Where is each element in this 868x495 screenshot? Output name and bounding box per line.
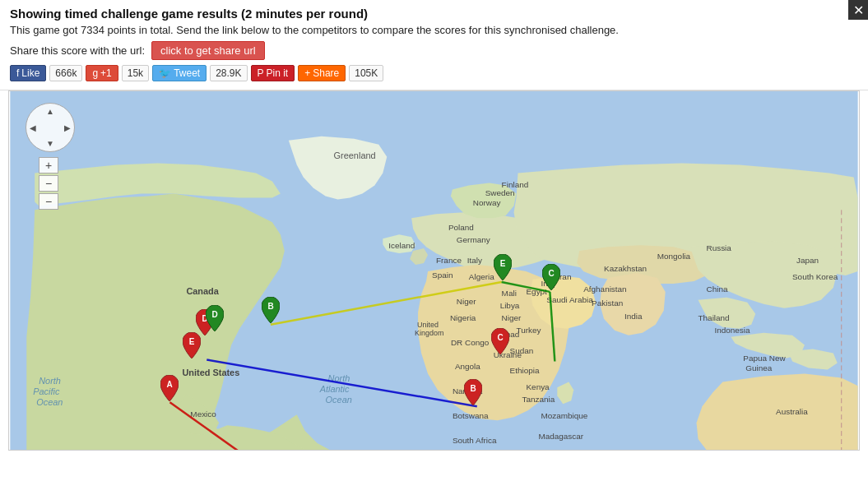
svg-text:A: A: [166, 380, 172, 389]
svg-text:C: C: [548, 269, 554, 278]
svg-text:Saudi Arabia: Saudi Arabia: [546, 295, 593, 304]
svg-text:Indonesia: Indonesia: [714, 326, 750, 335]
gplus-button[interactable]: g +1: [86, 65, 118, 81]
pinterest-icon: P: [258, 67, 264, 79]
header-section: Showing timed challenge game results (2 …: [0, 0, 868, 90]
twitter-icon: 🐦: [159, 67, 171, 79]
twitter-label: Tweet: [174, 67, 200, 79]
svg-text:Nigeria: Nigeria: [450, 313, 476, 322]
svg-text:Libya: Libya: [500, 301, 520, 310]
zoom-out-button[interactable]: −: [39, 175, 58, 192]
social-row: f Like 666k g +1 15k 🐦 Tweet 28.9K P Pin…: [10, 65, 858, 85]
svg-text:India: India: [624, 312, 643, 321]
zoom-in-button[interactable]: +: [39, 157, 58, 173]
close-button[interactable]: ✕: [848, 0, 868, 20]
svg-text:Ethiopia: Ethiopia: [510, 366, 540, 375]
gplus-icon: g: [92, 67, 98, 79]
map-navigation: ▲ ▼ ◀ ▶: [26, 103, 75, 152]
svg-text:Thailand: Thailand: [699, 313, 730, 322]
svg-text:Pacific: Pacific: [33, 386, 60, 396]
svg-text:Australia: Australia: [776, 407, 808, 416]
nav-right[interactable]: ▶: [64, 123, 71, 132]
svg-text:D: D: [211, 310, 217, 319]
nav-down[interactable]: ▼: [46, 139, 54, 148]
svg-text:South Africa: South Africa: [453, 436, 497, 445]
svg-text:Niger: Niger: [457, 297, 476, 306]
twitter-count: 28.9K: [210, 65, 247, 81]
svg-text:Spain: Spain: [432, 271, 453, 280]
twitter-button[interactable]: 🐦 Tweet: [152, 65, 207, 81]
svg-text:United States: United States: [182, 368, 239, 377]
svg-text:Guinea: Guinea: [745, 363, 773, 372]
svg-text:France: France: [436, 256, 462, 265]
svg-text:Italy: Italy: [467, 256, 482, 265]
svg-text:Mongolia: Mongolia: [657, 252, 691, 261]
svg-text:Papua New: Papua New: [743, 354, 786, 363]
share-label: Share this score with the url:: [10, 44, 145, 57]
nav-circle: ▲ ▼ ◀ ▶: [26, 103, 75, 152]
svg-text:Mali: Mali: [502, 289, 517, 298]
nav-up[interactable]: ▲: [46, 107, 54, 116]
facebook-label: Like: [21, 67, 39, 79]
svg-text:E: E: [189, 337, 195, 346]
nav-left[interactable]: ◀: [30, 123, 36, 132]
svg-text:Greenland: Greenland: [334, 150, 376, 160]
svg-text:Japan: Japan: [796, 256, 819, 265]
zoom-controls: + − −: [39, 157, 58, 210]
svg-text:Germany: Germany: [457, 235, 490, 244]
svg-text:United: United: [417, 321, 439, 329]
svg-text:Poland: Poland: [448, 223, 474, 232]
marker-c1: C: [491, 328, 509, 357]
svg-text:E: E: [500, 259, 506, 268]
svg-text:South Korea: South Korea: [792, 272, 838, 281]
svg-text:Madagascar: Madagascar: [538, 432, 583, 441]
gplus-label: +1: [100, 67, 112, 79]
share-url-button[interactable]: click to get share url: [151, 41, 265, 60]
svg-text:Finland: Finland: [502, 180, 529, 189]
svg-text:Tanzania: Tanzania: [522, 395, 555, 404]
svg-text:Angola: Angola: [455, 362, 480, 371]
svg-text:B: B: [470, 384, 476, 393]
svg-text:Afghanistan: Afghanistan: [583, 285, 627, 294]
svg-text:China: China: [706, 285, 727, 294]
marker-e1: E: [183, 332, 201, 361]
share-count: 105K: [349, 65, 383, 81]
svg-text:Ocean: Ocean: [326, 395, 352, 405]
svg-text:Iceland: Iceland: [388, 241, 415, 250]
facebook-icon: f: [16, 67, 19, 79]
svg-text:Kenya: Kenya: [526, 382, 550, 391]
svg-text:Niger: Niger: [502, 313, 522, 322]
svg-text:Botswana: Botswana: [453, 411, 489, 420]
svg-text:B: B: [267, 302, 273, 311]
subtitle-text: This game got 7334 points in total. Send…: [10, 24, 858, 36]
svg-text:Pakistan: Pakistan: [592, 298, 623, 308]
marker-b2: B: [262, 297, 280, 326]
gplus-count: 15k: [122, 65, 149, 81]
svg-text:Kingdom: Kingdom: [415, 329, 443, 337]
marker-c2: C: [542, 264, 560, 293]
svg-text:Mozambique: Mozambique: [541, 411, 587, 420]
svg-text:Canada: Canada: [186, 286, 219, 296]
svg-text:Turkey: Turkey: [517, 326, 541, 335]
pinterest-label: Pin it: [267, 67, 289, 79]
zoom-out2-button[interactable]: −: [39, 193, 58, 210]
share-icon: +: [304, 67, 310, 79]
pinterest-button[interactable]: P Pin it: [251, 65, 295, 81]
svg-text:Russia: Russia: [706, 243, 731, 252]
svg-text:DR Congo: DR Congo: [451, 338, 490, 347]
marker-b1: B: [464, 379, 482, 408]
share-button[interactable]: + Share: [298, 65, 346, 81]
share-row: Share this score with the url: click to …: [10, 41, 858, 60]
facebook-count: 666k: [49, 65, 82, 81]
marker-e2: E: [494, 254, 512, 283]
svg-text:C: C: [497, 333, 503, 342]
facebook-like-button[interactable]: f Like: [10, 65, 46, 81]
map-container[interactable]: Greenland Iceland United Kingdom Canada …: [8, 90, 860, 451]
svg-text:Sweden: Sweden: [485, 188, 515, 197]
svg-text:North: North: [39, 376, 61, 386]
svg-text:Atlantic: Atlantic: [319, 384, 350, 394]
marker-a1: A: [160, 375, 179, 404]
svg-text:Kazakhstan: Kazakhstan: [604, 264, 647, 273]
svg-text:Mexico: Mexico: [190, 409, 216, 419]
svg-text:Ocean: Ocean: [36, 397, 63, 407]
